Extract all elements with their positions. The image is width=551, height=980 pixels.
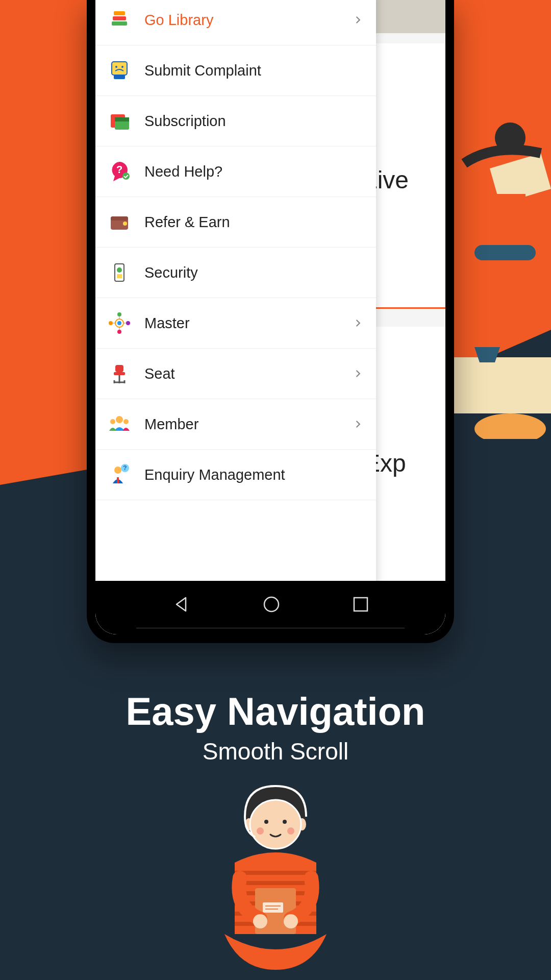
sidebar-item-label: Submit Complaint [144,62,364,79]
sidebar-item-submit-complaint[interactable]: Submit Complaint [95,45,376,96]
sidebar-item-label: Subscription [144,113,364,130]
home-icon[interactable] [262,595,281,616]
sidebar-item-label: Need Help? [144,163,364,180]
svg-point-25 [117,321,121,325]
content-behind-drawer: Live Exp [376,0,445,634]
sidebar-item-label: Seat [144,365,353,382]
sidebar-item-member[interactable]: Member [95,399,376,450]
subscription-icon [108,109,131,133]
svg-point-27 [117,330,121,334]
svg-point-43 [123,419,129,424]
sidebar-item-enquiry-management[interactable]: ? Enquiry Management [95,450,376,500]
sidebar-item-seat[interactable]: Seat [95,349,376,399]
navigation-drawer: Go Library Submit Complaint [95,0,376,634]
headline-subtitle: Smooth Scroll [0,738,551,765]
android-nav-bar [95,581,445,634]
svg-point-61 [253,914,267,928]
security-icon [108,261,131,284]
svg-point-55 [257,827,264,835]
nav-bar-divider [136,628,405,628]
svg-rect-12 [114,75,125,79]
sidebar-item-label: Enquiry Management [144,467,364,483]
sidebar-item-label: Member [144,416,353,433]
phone-mockup: Go Library Submit Complaint [87,0,454,643]
svg-rect-5 [474,245,536,260]
svg-point-28 [109,321,113,325]
wallet-icon [108,210,131,234]
svg-point-56 [287,827,294,835]
seat-icon [108,362,131,385]
sidebar-item-label: Refer & Earn [144,214,364,231]
svg-rect-0 [439,357,551,413]
promo-headline: Easy Navigation Smooth Scroll [0,689,551,765]
svg-point-17 [122,173,130,180]
svg-rect-9 [112,62,127,75]
chevron-right-icon [353,317,364,329]
complaint-icon [108,59,131,82]
sidebar-item-label: Master [144,315,353,332]
bottom-reader-illustration [184,776,367,980]
banner-image-peek [376,0,445,33]
svg-rect-15 [115,117,129,121]
svg-point-42 [110,419,115,424]
library-icon [108,8,131,32]
svg-point-52 [298,818,306,830]
svg-point-22 [117,267,122,273]
svg-point-29 [126,321,130,325]
card-text: Exp [364,449,445,477]
svg-text:?: ? [116,164,122,175]
phone-screen: Go Library Submit Complaint [95,0,445,634]
svg-rect-7 [113,16,126,20]
svg-rect-4 [490,194,525,245]
svg-text:?: ? [123,464,127,472]
svg-rect-23 [117,274,122,278]
svg-point-26 [117,312,121,316]
svg-point-20 [123,222,127,226]
enquiry-icon: ? [108,463,131,486]
svg-point-11 [121,66,123,68]
svg-point-53 [264,820,268,824]
help-icon: ? [108,160,131,183]
member-icon [108,412,131,436]
svg-rect-19 [111,216,128,220]
svg-rect-58 [263,902,283,913]
svg-point-62 [284,914,298,928]
reader-top-illustration [449,92,551,296]
chevron-right-icon [353,14,364,26]
sidebar-item-need-help[interactable]: ? Need Help? [95,146,376,197]
sidebar-item-security[interactable]: Security [95,248,376,298]
svg-rect-35 [114,372,125,375]
sidebar-item-label: Security [144,264,364,281]
master-icon [108,311,131,335]
sidebar-item-label: Go Library [144,12,353,29]
chevron-right-icon [353,419,364,430]
svg-point-41 [116,416,123,423]
svg-point-44 [114,467,121,474]
svg-point-48 [264,597,279,611]
svg-rect-8 [114,11,125,15]
sidebar-item-subscription[interactable]: Subscription [95,96,376,146]
card-text: Live [364,166,445,194]
svg-rect-49 [354,598,367,611]
sidebar-item-go-library[interactable]: Go Library [95,0,376,45]
svg-rect-45 [117,477,119,483]
svg-rect-34 [115,365,123,372]
chevron-right-icon [353,368,364,379]
sidebar-item-refer-earn[interactable]: Refer & Earn [95,197,376,248]
sidebar-item-master[interactable]: Master [95,298,376,349]
recent-icon[interactable] [352,596,369,615]
svg-point-54 [283,820,287,824]
svg-point-10 [115,66,117,68]
back-icon[interactable] [171,595,191,616]
headline-title: Easy Navigation [0,689,551,733]
svg-rect-6 [112,21,127,26]
